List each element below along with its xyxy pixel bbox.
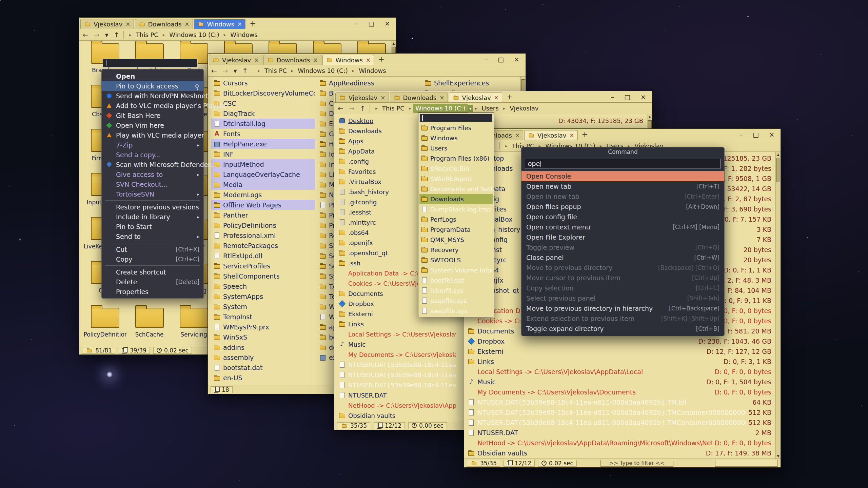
palette-command[interactable]: Open config file	[521, 212, 724, 222]
breadcrumb-item[interactable]: ▸ This PC ▾	[256, 66, 289, 75]
tab-close-icon[interactable]: ×	[184, 21, 189, 27]
context-menu-item[interactable]: Delete [Delete] ▸	[102, 277, 203, 287]
breadcrumb-item[interactable]: ▸ Users ▾	[473, 104, 501, 113]
context-menu-item[interactable]: Cut [Ctrl+X] ▸	[102, 244, 203, 254]
forward-button[interactable]: →	[94, 31, 100, 39]
file-row[interactable]: System	[211, 302, 315, 312]
dropdown-item[interactable]: Documents and Settings	[419, 184, 493, 194]
new-tab-button[interactable]: +	[374, 55, 388, 63]
file-row[interactable]: Links	[337, 319, 456, 329]
tab-close-icon[interactable]: ×	[125, 21, 130, 27]
file-row[interactable]: DiagTrack	[211, 108, 315, 119]
context-menu-item[interactable]: TortoiseSVN ▸	[102, 189, 203, 199]
breadcrumb-item[interactable]: ▸ Windows 10 (C:) ▾	[289, 66, 350, 75]
file-row[interactable]: RtlExUpd.dll	[211, 251, 315, 261]
breadcrumb-item[interactable]: ▸ Vjekoslav ▾	[501, 104, 541, 113]
context-menu-item[interactable]: Add to VLC media player's Playlist ▸	[102, 101, 203, 110]
file-row[interactable]: Speech	[211, 281, 315, 291]
file-row[interactable]: Eksterni D: 12, F: 127, 12 GB	[467, 346, 775, 357]
forward-button[interactable]: →	[349, 104, 355, 113]
file-row[interactable]: RemotePackages	[211, 241, 315, 251]
context-menu-item[interactable]: Open Vim here ▸	[102, 120, 203, 130]
palette-command[interactable]: Copy selection [Ctrl+C]	[521, 283, 724, 293]
file-row[interactable]: addins	[211, 342, 315, 352]
maximize-button[interactable]: □	[368, 20, 374, 27]
crumb-label[interactable]: Users	[479, 104, 501, 113]
context-menu-item[interactable]: Properties ▸	[102, 287, 203, 297]
crumb-label[interactable]: Windows 10 (C:)	[167, 30, 221, 39]
palette-command[interactable]: Move to previous directory [Backspace] […	[521, 263, 724, 273]
file-row[interactable]: TempInst	[211, 312, 315, 322]
context-menu-item[interactable]: Send with NordVPN Meshnet ▸	[102, 91, 203, 101]
history-dropdown-icon[interactable]: ▾	[105, 31, 108, 39]
file-row[interactable]: AppReadiness	[317, 78, 421, 88]
file-row[interactable]: Dropbox D: 230, F: 1043, 46 GB	[467, 336, 775, 346]
minimize-button[interactable]: –	[355, 20, 358, 27]
back-button[interactable]: ←	[83, 31, 88, 39]
back-button[interactable]: ←	[338, 104, 343, 113]
file-row[interactable]: Professional.xml	[211, 230, 315, 241]
context-menu-item[interactable]: Play with VLC media player ▸	[102, 130, 203, 140]
file-row[interactable]: Panther	[211, 210, 315, 220]
close-button[interactable]: ×	[640, 93, 646, 101]
file-row[interactable]: WMSysPr9.prx	[211, 322, 315, 332]
palette-command[interactable]: Toggle expand directory [Ctrl+B]	[521, 324, 724, 334]
type-to-filter-box[interactable]: >> Type to filter <<	[600, 460, 673, 467]
dropdown-filter-input[interactable]	[419, 114, 493, 122]
breadcrumb-item[interactable]: ▸ This PC ▾	[127, 30, 160, 39]
dropdown-item[interactable]: Windows	[419, 133, 493, 143]
context-menu-item[interactable]: SVN Checkout... ▸	[102, 179, 203, 189]
tab-close-icon[interactable]: ×	[380, 94, 385, 101]
file-row[interactable]: PolicyDefinitions	[211, 220, 315, 230]
file-row[interactable]: Fonts	[211, 129, 315, 139]
tab[interactable]: Vjekoslav ×	[80, 19, 134, 29]
tab[interactable]: Vjekoslav ×	[524, 130, 578, 140]
context-menu-item[interactable]: Git Bash Here ▸	[102, 110, 203, 120]
context-menu-item[interactable]: Create shortcut ▸	[102, 267, 203, 277]
file-grid-item[interactable]: PolicyDefinitions	[83, 305, 127, 346]
file-row[interactable]: Links D: 0, F: 3, 1 KB	[467, 357, 775, 367]
file-row[interactable]: NTUSER.DAT{53b39e88-18c4-11ea-a811-000d3…	[467, 418, 775, 428]
titlebar[interactable]: Vjekoslav × Downloads × Vjekoslav × + – …	[334, 91, 652, 103]
palette-command[interactable]: Close panel [Ctrl+W]	[521, 252, 724, 263]
palette-command[interactable]: Toggle preview [Ctrl+Q]	[521, 242, 724, 252]
new-tab-button[interactable]: +	[502, 93, 516, 101]
dropdown-item[interactable]: swapfile.sys	[419, 306, 493, 316]
minimize-button[interactable]: –	[485, 56, 488, 63]
palette-command[interactable]: Move cursor to previous item [Ctrl+Up]	[521, 273, 724, 283]
file-row[interactable]: Obsidian vaults	[337, 410, 456, 421]
file-row[interactable]: NTUSER.DAT{53b39e88-18c4-11ea-a811-000d3…	[467, 397, 775, 407]
status-input[interactable]	[715, 460, 778, 467]
tab-close-icon[interactable]: ×	[515, 132, 520, 139]
file-row[interactable]: NTUSER.DAT{53b39e88-18c4-11ea-a811-000d3…	[467, 407, 775, 418]
titlebar[interactable]: Downloads × Vjekoslav × + – □ ×	[464, 129, 781, 140]
crumb-label[interactable]: Vjekoslav	[507, 104, 541, 113]
palette-search-input[interactable]: ope	[525, 159, 721, 168]
file-row[interactable]: LanguageOverlayCache	[211, 169, 315, 180]
palette-command[interactable]: Open files popup [Alt+Down]	[521, 202, 724, 212]
file-row[interactable]: assembly	[211, 352, 315, 363]
file-row[interactable]: NTUSER.DAT{53b39e88-18c4-11ea-a811-000d3…	[337, 360, 456, 370]
maximize-button[interactable]: □	[498, 56, 504, 63]
tab-close-icon[interactable]: ×	[569, 132, 574, 139]
context-menu-item[interactable]: Pin to Start ▸	[102, 222, 203, 231]
tab[interactable]: Vjekoslav ×	[209, 55, 262, 65]
context-menu-item[interactable]: Scan with Microsoft Defender... ▸	[102, 160, 203, 169]
forward-button[interactable]: →	[222, 67, 228, 75]
crumb-dropdown-icon[interactable]: ▾	[468, 105, 473, 112]
new-tab-button[interactable]: +	[245, 19, 260, 27]
file-row[interactable]: INF	[211, 149, 315, 159]
file-row[interactable]: ServiceProfiles	[211, 261, 315, 271]
dropdown-item[interactable]: Downloads	[419, 194, 493, 204]
dropdown-item[interactable]: ProgramData	[419, 224, 493, 235]
context-menu-item[interactable]: Pin to Quick access ▸	[102, 81, 203, 91]
file-row[interactable]: Media	[211, 180, 315, 190]
context-menu-item[interactable]: Open ▸	[102, 71, 203, 81]
file-row[interactable]: NetHood -> C:\Users\Vjekoslav\AppData\Ro…	[467, 438, 775, 448]
file-row[interactable]: NetHood -> C:\Users\Vjekoslav\AppData\Ro…	[337, 400, 456, 410]
file-row[interactable]: SystemApps	[211, 291, 315, 302]
tab[interactable]: Windows ×	[322, 55, 374, 65]
crumb-label[interactable]: Windows 10 (C:)	[295, 66, 350, 75]
up-button[interactable]: ↑	[360, 104, 366, 113]
minimize-button[interactable]: –	[739, 131, 743, 138]
